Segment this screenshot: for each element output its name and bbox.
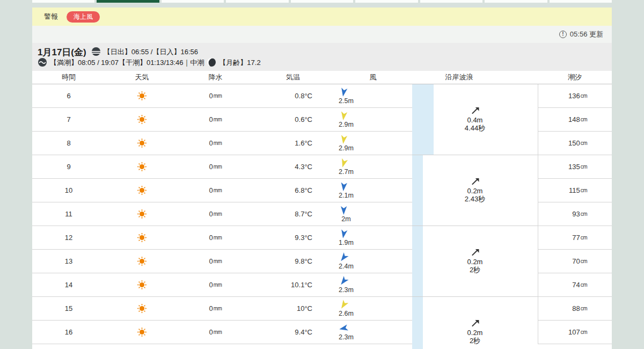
alert-circle-icon: ! (559, 31, 567, 38)
hourly-forecast-table: 時間 天気 降水 気温 風 沿岸波浪 潮汐 6 (32, 71, 612, 349)
sunny-icon (105, 202, 179, 226)
col-header-temp: 気温 (252, 71, 334, 84)
sunny-icon (105, 132, 179, 155)
wave-info: 0.2m 2秒 (412, 297, 538, 349)
wind-direction-arrow-icon (339, 111, 348, 121)
wind-cell: 2.5m (325, 84, 362, 107)
wind-direction-arrow-icon (338, 157, 348, 168)
forecast-row: 10 0mm 6.8°C 2.1m 115cm (32, 179, 412, 202)
wind-direction-arrow-icon (339, 205, 347, 214)
wind-cell: 2.3m (325, 321, 362, 344)
warning-banner: 警報 海上風 (32, 8, 612, 26)
tide-value: 150cm (538, 132, 612, 155)
precip-value: 0mm (179, 179, 252, 202)
forecast-row: 12 0mm 9.3°C 1.9m 77cm (32, 226, 412, 250)
top-tab-1[interactable] (97, 0, 159, 3)
marine-wind-warning-badge[interactable]: 海上風 (67, 11, 100, 23)
wind-cell: 2.1m (325, 179, 362, 202)
wave-period-value: 4.44秒 (465, 124, 485, 132)
tide-value: 115cm (538, 179, 612, 202)
tide-value: 77cm (538, 226, 612, 250)
coastal-wave-group: 0.2m 2秒 (412, 226, 538, 297)
hour-value: 14 (32, 273, 105, 296)
wave-info: 0.4m 4.44秒 (412, 84, 538, 155)
temp-value: 1.6°C (252, 132, 312, 155)
temp-value: 9.8°C (252, 250, 312, 273)
precip-value: 0mm (179, 273, 252, 296)
wind-cell: 2.9m (325, 132, 362, 155)
date-title: 1月17日(金) (38, 46, 86, 59)
wind-direction-arrow-icon (338, 251, 349, 264)
hour-value: 13 (32, 250, 105, 273)
forecast-row: 6 0mm 0.8°C 2.5m 136cm (32, 84, 412, 108)
wave-direction-arrow-icon (471, 320, 479, 328)
wave-period-value: 2秒 (470, 266, 480, 274)
wind-speed-value: 2.7m (339, 168, 354, 176)
wave-direction-arrow-icon (471, 178, 479, 186)
wave-info: 0.2m 2.43秒 (412, 155, 538, 226)
forecast-row: 15 0mm 10°C 2.6m 88cm (32, 297, 412, 321)
tide-value: 107cm (538, 321, 612, 344)
wave-height-value: 0.4m (467, 116, 483, 124)
forecast-row: 8 0mm 1.6°C 2.9m 150cm (32, 132, 412, 155)
wind-cell: 2.4m (325, 250, 362, 273)
wave-height-value: 0.2m (467, 329, 483, 337)
hour-value: 10 (32, 179, 105, 202)
coastal-wave-group: 0.2m 2.43秒 (412, 155, 538, 226)
top-tab-3[interactable] (226, 0, 288, 3)
warning-label: 警報 (44, 12, 58, 21)
precip-value: 0mm (179, 250, 252, 273)
sunrise-sunset-icon (91, 47, 101, 58)
tide-value: 136cm (538, 84, 612, 108)
col-header-tide: 潮汐 (538, 71, 612, 84)
precip-value: 0mm (179, 297, 252, 320)
wave-direction-arrow-icon (471, 249, 479, 257)
temp-value: 8.7°C (252, 202, 312, 226)
wind-speed-value: 2.9m (339, 121, 354, 128)
wind-direction-arrow-icon (339, 181, 348, 191)
precip-value: 0mm (179, 108, 252, 131)
hour-value: 8 (32, 132, 105, 155)
hour-value: 7 (32, 108, 105, 131)
tide-value: 135cm (538, 155, 612, 179)
top-tab-4[interactable] (291, 0, 353, 3)
top-tab-0[interactable] (32, 0, 94, 3)
wave-info: 0.2m 2秒 (412, 226, 538, 296)
sunrise-sunset-times: 【日出】06:55 /【日入】16:56 (104, 47, 198, 57)
top-tab-7[interactable] (485, 0, 547, 3)
hour-value: 16 (32, 321, 105, 344)
hour-value: 9 (32, 155, 105, 178)
moon-phase-icon (207, 57, 216, 69)
top-tab-strip (32, 0, 612, 3)
weather-forecast-page: 警報 海上風 ! 05:56 更新 1月17日(金) 【日出】06:55 /【日… (0, 0, 644, 349)
tide-value: 74cm (538, 273, 612, 297)
wave-period-value: 2秒 (470, 337, 480, 345)
sunny-icon (105, 84, 179, 107)
hour-value: 11 (32, 202, 105, 226)
precip-value: 0mm (179, 321, 252, 344)
tide-value: 148cm (538, 108, 612, 132)
coastal-wave-group: 0.2m 2秒 (412, 297, 538, 349)
date-header: 1月17日(金) 【日出】06:55 /【日入】16:56 (32, 43, 612, 71)
wave-height-value: 0.2m (467, 187, 483, 195)
top-tab-8[interactable] (550, 0, 612, 3)
sunny-icon (105, 179, 179, 202)
top-tab-6[interactable] (420, 0, 482, 3)
precip-value: 0mm (179, 84, 252, 107)
tide-wave-icon (38, 57, 47, 69)
sunny-icon (105, 273, 179, 296)
wind-speed-value: 2.9m (339, 144, 354, 152)
sunny-icon (105, 321, 179, 344)
temp-value: 10.1°C (252, 273, 312, 296)
sunny-icon (105, 297, 179, 320)
update-time: 05:56 更新 (570, 30, 603, 39)
top-tab-2[interactable] (162, 0, 224, 3)
precip-value: 0mm (179, 202, 252, 226)
col-header-weather: 天気 (105, 71, 179, 84)
sunny-icon (105, 250, 179, 273)
top-tab-5[interactable] (355, 0, 418, 3)
tide-value: 70cm (538, 250, 612, 273)
wind-direction-arrow-icon (339, 86, 348, 97)
wind-speed-value: 2.1m (339, 192, 354, 199)
wind-direction-arrow-icon (339, 134, 348, 144)
